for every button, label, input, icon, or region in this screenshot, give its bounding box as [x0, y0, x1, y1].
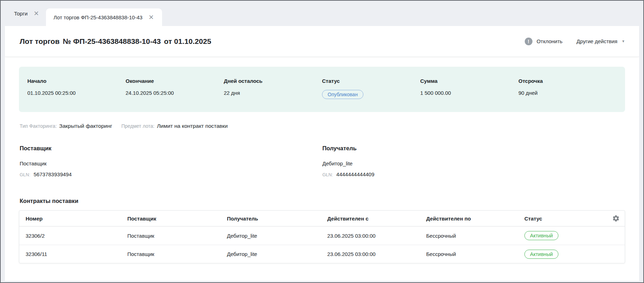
supplier-name: Поставщик [20, 160, 322, 166]
lot-subject-label: Предмет лота: [121, 123, 154, 129]
summary-start-label: Начало [27, 78, 126, 84]
page-header: Лот торгов№ ФП-25-4363848838-10-43от 01.… [5, 26, 639, 57]
summary-days-left-label: Дней осталось [224, 78, 322, 84]
summary-status: Статус Опубликован [322, 78, 420, 99]
cell-valid-from: 23.06.2025 03:00:00 [327, 233, 426, 239]
tab-torgi[interactable]: Торги × [5, 1, 46, 26]
summary-panel: Начало 01.10.2025 00:25:00 Окончание 24.… [19, 67, 625, 112]
page-title-number: № ФП-25-4363848838-10-43 [63, 37, 161, 45]
more-actions-label: Другие действия [577, 38, 618, 44]
factoring-type-value: Закрытый факторинг [59, 123, 112, 129]
table-settings-button[interactable] [607, 215, 625, 222]
col-valid-from: Действителен с [327, 216, 426, 222]
summary-deferral-value: 90 дней [518, 90, 617, 96]
chevron-down-icon: ▼ [622, 39, 625, 43]
contracts-table: Номер Поставщик Получатель Действителен … [19, 210, 625, 263]
col-number: Номер [26, 216, 127, 222]
summary-days-left: Дней осталось 22 дня [224, 78, 322, 99]
receiver-gln-label: GLN: [322, 172, 333, 177]
status-badge: Активный [524, 231, 558, 240]
supplier-gln-value: 5673783939494 [34, 171, 72, 177]
summary-start-value: 01.10.2025 00:25:00 [27, 90, 126, 96]
contracts-section-title: Контракты поставки [20, 198, 625, 204]
reject-button[interactable]: Отклонить [537, 38, 563, 44]
supplier-section-title: Поставщик [20, 145, 322, 152]
parties-section: Поставщик Поставщик GLN: 5673783939494 П… [20, 145, 625, 178]
summary-amount-value: 1 500 000.00 [420, 90, 518, 96]
table-row[interactable]: 32306/11 Поставщик Дебитор_lite 23.06.20… [19, 245, 625, 263]
cell-number: 32306/2 [26, 233, 127, 239]
cell-supplier: Поставщик [127, 251, 227, 257]
factoring-type-label: Тип Факторинга: [20, 123, 57, 129]
supplier-gln-label: GLN: [20, 172, 30, 177]
summary-status-label: Статус [322, 78, 420, 84]
summary-end-label: Окончание [126, 78, 224, 84]
tab-torgi-label: Торги [14, 11, 28, 17]
cell-receiver: Дебитор_lite [227, 251, 327, 257]
cell-valid-from: 23.06.2025 03:00:00 [327, 251, 426, 257]
summary-deferral: Отсрочка 90 дней [518, 78, 617, 99]
summary-end-value: 24.10.2025 05:25:00 [126, 90, 224, 96]
lot-subject-value: Лимит на контракт поставки [157, 123, 228, 129]
supplier-block: Поставщик Поставщик GLN: 5673783939494 [20, 145, 322, 178]
col-valid-to: Действителен по [426, 216, 524, 222]
page-title-date: от 01.10.2025 [164, 37, 212, 45]
lot-card: Лот торгов№ ФП-25-4363848838-10-43от 01.… [5, 26, 639, 281]
col-status: Статус [524, 216, 607, 222]
receiver-section-title: Получатель [322, 145, 625, 152]
receiver-gln-value: 4444444444409 [336, 171, 374, 177]
cell-valid-to: Бессрочный [426, 233, 524, 239]
cell-receiver: Дебитор_lite [227, 233, 327, 239]
summary-start: Начало 01.10.2025 00:25:00 [27, 78, 126, 99]
contracts-table-header: Номер Поставщик Получатель Действителен … [19, 211, 625, 226]
tab-lot[interactable]: Лот торгов ФП-25-4363848838-10-43 × [46, 8, 162, 26]
receiver-block: Получатель Дебитор_lite GLN: 44444444444… [322, 145, 625, 178]
exclamation-icon: ! [525, 38, 532, 45]
summary-deferral-label: Отсрочка [518, 78, 617, 84]
tab-lot-label: Лот торгов ФП-25-4363848838-10-43 [54, 14, 143, 20]
cell-valid-to: Бессрочный [426, 251, 524, 257]
cell-number: 32306/11 [26, 251, 127, 257]
col-supplier: Поставщик [127, 216, 227, 222]
receiver-name: Дебитор_lite [322, 160, 625, 166]
header-actions: ! Отклонить Другие действия ▼ [525, 38, 625, 45]
close-icon[interactable]: × [34, 10, 39, 17]
summary-days-left-value: 22 дня [224, 90, 322, 96]
summary-amount: Сумма 1 500 000.00 [420, 78, 518, 99]
status-badge: Активный [524, 250, 558, 259]
page-title-prefix: Лот торгов [20, 37, 60, 45]
close-icon[interactable]: × [149, 14, 154, 21]
meta-row: Тип Факторинга: Закрытый факторинг Предм… [20, 123, 625, 129]
status-badge: Опубликован [322, 90, 363, 99]
table-row[interactable]: 32306/2 Поставщик Дебитор_lite 23.06.202… [19, 226, 625, 245]
cell-supplier: Поставщик [127, 233, 227, 239]
gear-icon [612, 215, 620, 222]
tab-bar: Торги × Лот торгов ФП-25-4363848838-10-4… [1, 1, 643, 26]
page-title: Лот торгов№ ФП-25-4363848838-10-43от 01.… [20, 37, 214, 46]
col-receiver: Получатель [227, 216, 327, 222]
more-actions-button[interactable]: Другие действия ▼ [577, 38, 625, 44]
summary-amount-label: Сумма [420, 78, 518, 84]
summary-end: Окончание 24.10.2025 05:25:00 [126, 78, 224, 99]
